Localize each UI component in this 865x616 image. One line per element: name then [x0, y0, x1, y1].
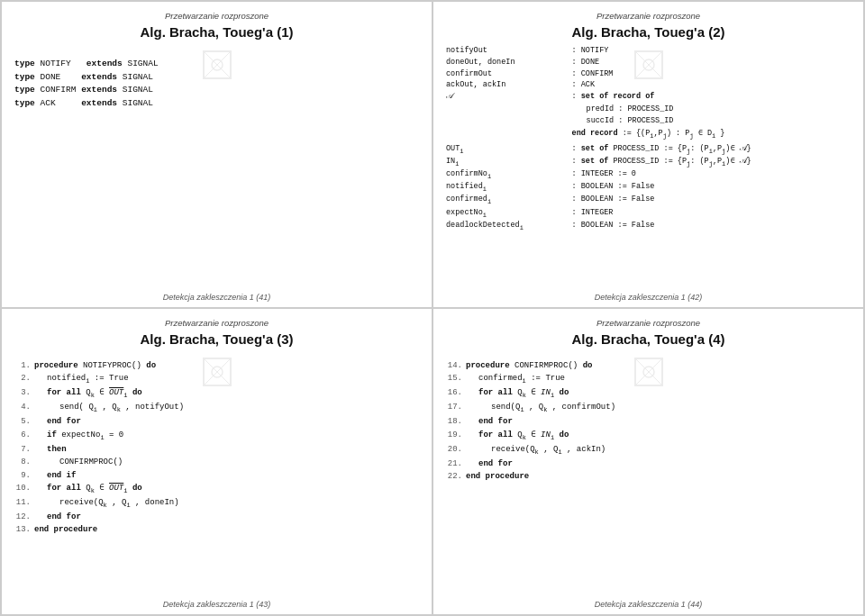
panel-3: Przetwarzanie rozproszone Alg. Bracha, T…: [1, 308, 432, 615]
watermark-4: [631, 354, 667, 390]
panel-4-title: Alg. Bracha, Toueg'a (4): [446, 331, 851, 347]
panel-2-header: Przetwarzanie rozproszone: [446, 11, 851, 21]
panel-3-footer: Detekcja zakleszczenia 1 (43): [14, 600, 419, 609]
panel-1: Przetwarzanie rozproszone Alg. Bracha, T…: [1, 1, 432, 308]
panel-1-header: Przetwarzanie rozproszone: [14, 11, 419, 21]
main-grid: Przetwarzanie rozproszone Alg. Bracha, T…: [0, 0, 865, 616]
panel-3-header: Przetwarzanie rozproszone: [14, 318, 419, 328]
watermark-1: [199, 47, 235, 83]
panel-2: Przetwarzanie rozproszone Alg. Bracha, T…: [432, 1, 864, 308]
panel-4: Przetwarzanie rozproszone Alg. Bracha, T…: [432, 308, 864, 615]
watermark-3: [199, 354, 235, 390]
panel-2-footer: Detekcja zakleszczenia 1 (42): [446, 293, 851, 302]
panel-1-title: Alg. Bracha, Toueg'a (1): [14, 24, 419, 40]
panel-1-footer: Detekcja zakleszczenia 1 (41): [14, 293, 419, 302]
panel-2-title: Alg. Bracha, Toueg'a (2): [446, 24, 851, 40]
watermark-2: [631, 47, 667, 83]
panel-4-subtitle: Przetwarzanie rozproszone: [446, 318, 851, 328]
panel-1-subtitle: Przetwarzanie rozproszone: [14, 11, 419, 21]
panel-4-header: Przetwarzanie rozproszone: [446, 318, 851, 328]
panel-2-subtitle: Przetwarzanie rozproszone: [446, 11, 851, 21]
panel-4-footer: Detekcja zakleszczenia 1 (44): [446, 600, 851, 609]
panel-3-title: Alg. Bracha, Toueg'a (3): [14, 331, 419, 347]
panel-3-subtitle: Przetwarzanie rozproszone: [14, 318, 419, 328]
